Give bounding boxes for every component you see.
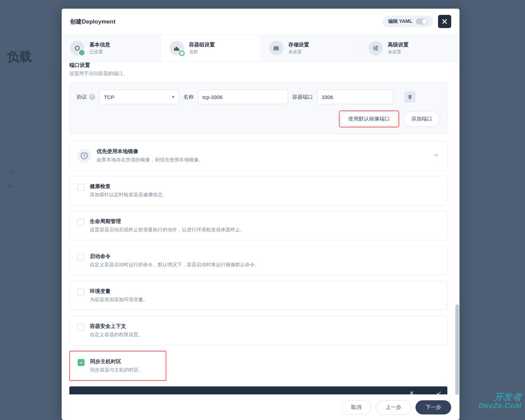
close-button[interactable] [438,15,451,28]
container-icon [169,41,184,55]
svg-rect-4 [177,48,179,50]
protocol-value: TCP [104,94,114,100]
next-step-button[interactable]: 下一步 [415,400,451,414]
record-icon [70,41,85,55]
section-title: 端口设置 [69,62,447,69]
modal-title: 创建Deployment [70,18,115,26]
protocol-select[interactable]: TCP ▾ [99,90,179,104]
option-desc: 添加探针以定时检查容器健康状态。 [90,192,167,198]
help-icon[interactable]: ? [89,94,95,100]
close-icon [440,17,449,26]
checkbox[interactable] [77,324,84,331]
add-port-button[interactable]: 添加端口 [403,111,440,127]
watermark-line2: DevZe.CoM [479,402,522,410]
option-desc: 自定义容器启动时运行的命令。默认情况下，容器启动时将运行镜像默认命令。 [90,262,260,268]
port-settings-card: 协议 ? TCP ▾ 名称 容器端口 [69,82,447,134]
option-local-image[interactable]: 优先使用本地镜像 如果本地存在所需的镜像，则优先使用本地镜像。 [69,141,447,170]
checkbox[interactable] [77,184,84,191]
highlight-default-port: 使用默认镜像端口 [340,111,399,127]
option-desc: 自定义容器的权限设置。 [90,332,143,338]
protocol-label: 协议 ? [77,94,95,100]
checkbox[interactable] [77,219,84,226]
option-title: 启动命令 [90,253,260,260]
step-status: 已设置 [89,49,110,55]
section-desc: 设置用于访问容器的端口。 [69,71,447,77]
prev-step-button[interactable]: 上一步 [376,400,411,414]
chevron-down-icon: ▾ [172,94,175,100]
container-item-actions [69,386,447,394]
watermark: 开发者 DevZe.CoM [479,392,522,410]
step-status: 未设置 [288,49,309,55]
container-port-label: 容器端口 [292,94,313,100]
option-start-command[interactable]: 启动命令 自定义容器启动时运行的命令。默认情况下，容器启动时将运行镜像默认命令。 [69,246,447,275]
port-name-input[interactable] [198,90,288,104]
edit-yaml-label: 编辑 YAML [388,18,412,25]
port-settings-section: 端口设置 设置用于访问容器的端口。 协议 ? TCP ▾ 名称 [69,62,447,134]
option-sync-host-tz[interactable]: 同步主机时区 同步容器与主机的时区。 [70,351,166,380]
option-health-check[interactable]: 健康检查 添加探针以定时检查容器健康状态。 [69,176,447,205]
scrollbar-thumb[interactable] [455,304,459,394]
svg-rect-6 [273,50,279,51]
svg-point-1 [76,47,78,49]
scrollbar[interactable] [455,62,460,394]
option-title: 健康检查 [90,183,167,190]
toggle-switch-icon [416,18,428,25]
check-icon [79,360,84,365]
svg-rect-5 [174,50,180,51]
step-basic-info[interactable]: 基本信息 已设置 [62,35,161,62]
chevron-down-icon [433,152,439,160]
edit-yaml-toggle[interactable]: 编辑 YAML [383,16,433,27]
option-env-vars[interactable]: 环境变量 为容器添加添加环境变量。 [69,281,447,310]
wizard-steps: 基本信息 已设置 容器组设置 当前 存储设置 未设置 [62,35,460,62]
svg-point-9 [376,49,377,51]
step-title: 存储设置 [288,42,309,48]
option-title: 优先使用本地镜像 [97,148,428,155]
sliders-icon [368,41,383,55]
option-lifecycle[interactable]: 生命周期管理 设置容器启动后或终止前需要执行的动作，以进行环境检查或体面终止。 [69,211,447,240]
checkbox[interactable] [77,254,84,261]
option-desc: 如果本地存在所需的镜像，则优先使用本地镜像。 [97,157,428,163]
cancel-button[interactable]: 取消 [341,400,371,414]
check-icon[interactable] [436,390,442,394]
step-title: 基本信息 [89,42,110,48]
use-default-port-button[interactable]: 使用默认镜像端口 [340,112,398,126]
option-desc: 为容器添加添加环境变量。 [90,297,148,303]
svg-point-8 [374,47,375,49]
container-port-input[interactable] [317,90,393,104]
option-desc: 同步容器与主机的时区。 [90,367,143,373]
svg-rect-3 [176,47,177,50]
close-icon[interactable] [409,390,415,394]
delete-port-button[interactable] [404,91,415,102]
step-advanced-settings[interactable]: 高级设置 未设置 [360,35,460,62]
storage-icon [269,41,283,55]
option-title: 生命周期管理 [90,218,245,225]
option-security-context[interactable]: 容器安全上下文 自定义容器的权限设置。 [69,316,447,345]
step-status: 当前 [189,49,215,55]
port-name-label: 名称 [183,94,194,100]
modal-footer: 取消 上一步 下一步 [62,394,460,420]
svg-rect-2 [174,48,176,50]
checkbox-checked[interactable] [78,359,85,366]
step-status: 未设置 [388,49,409,55]
watermark-line1: 开发者 [479,392,522,402]
option-title: 容器安全上下文 [90,323,143,330]
create-deployment-modal: 创建Deployment 编辑 YAML 基本信息 已设置 [62,9,460,420]
step-title: 高级设置 [388,42,409,48]
option-title: 同步主机时区 [90,358,143,365]
option-desc: 设置容器启动后或终止前需要执行的动作，以进行环境检查或体面终止。 [90,227,245,233]
clock-refresh-icon [80,152,88,160]
step-title: 容器组设置 [189,42,215,48]
step-storage-settings[interactable]: 存储设置 未设置 [261,35,360,62]
step-container-settings[interactable]: 容器组设置 当前 [161,35,261,62]
option-title: 环境变量 [90,288,148,295]
trash-icon [407,94,413,100]
checkbox[interactable] [77,289,84,296]
modal-header: 创建Deployment 编辑 YAML [62,9,460,35]
svg-point-7 [376,46,378,47]
